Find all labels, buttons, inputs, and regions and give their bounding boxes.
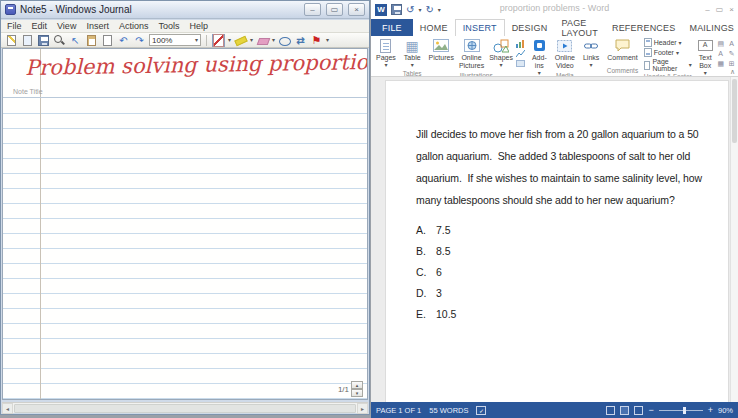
footer-button[interactable]: Footer ▾ xyxy=(644,48,692,57)
vertical-scrollbar[interactable] xyxy=(730,77,738,402)
menu-edit[interactable]: Edit xyxy=(32,21,48,31)
select-tool-button[interactable]: ↖ xyxy=(69,34,82,47)
add-ins-button[interactable]: Add-ins ▾ xyxy=(530,37,549,77)
chevron-down-icon: ▾ xyxy=(500,62,503,68)
maximize-button[interactable]: ▭ xyxy=(326,3,343,16)
zoom-slider-thumb[interactable] xyxy=(683,407,686,414)
page-down-button[interactable]: ▾ xyxy=(351,389,363,397)
add-ins-icon xyxy=(534,40,545,51)
chart-icon[interactable] xyxy=(516,49,526,58)
undo-button[interactable]: ↶ xyxy=(117,34,130,47)
horizontal-scrollbar[interactable]: ◂ ▸ xyxy=(2,402,368,413)
collapse-ribbon-button[interactable]: ∧ xyxy=(730,68,735,76)
menu-view[interactable]: View xyxy=(57,21,76,31)
links-button[interactable]: Links ▾ xyxy=(581,37,601,69)
pen-dropdown-caret-icon[interactable]: ▾ xyxy=(228,37,231,43)
save-icon[interactable] xyxy=(391,4,402,15)
document-page[interactable]: Jill decides to move her fish from a 20 … xyxy=(385,80,729,402)
save-button[interactable] xyxy=(37,34,50,47)
group-label-comments: Comments xyxy=(607,66,638,76)
tab-insert[interactable]: INSERT xyxy=(455,19,505,36)
menu-actions[interactable]: Actions xyxy=(119,21,149,31)
read-mode-icon[interactable] xyxy=(606,406,615,415)
journal-titlebar[interactable]: Note5 - Windows Journal – ▭ × xyxy=(1,1,369,19)
maximize-button[interactable]: ▭ xyxy=(716,5,724,14)
wordart-icon[interactable]: A xyxy=(727,39,737,48)
comment-button[interactable]: Comment xyxy=(605,37,639,63)
highlighter-tool-button[interactable] xyxy=(234,34,247,47)
zoom-in-button[interactable]: + xyxy=(708,406,713,415)
flag-tool-button[interactable]: ⚑ xyxy=(310,34,323,47)
table-button[interactable]: ▦ Table ▾ xyxy=(402,37,423,69)
table-icon: ▦ xyxy=(406,38,419,53)
open-button[interactable] xyxy=(21,34,34,47)
drop-cap-icon[interactable]: A xyxy=(716,49,726,58)
word-titlebar[interactable]: proportion problems - Word W ↺ ▾ ↻ ▾ – ▭… xyxy=(371,0,738,19)
status-bar: PAGE 1 OF 1 55 WORDS ✓ − + 90% xyxy=(371,402,738,418)
tab-page-layout[interactable]: PAGE LAYOUT xyxy=(554,19,605,36)
signature-line-icon[interactable]: ✎ xyxy=(727,49,737,58)
scrollbar-thumb[interactable] xyxy=(732,79,737,143)
flag-dropdown-caret-icon[interactable]: ▾ xyxy=(326,37,329,43)
quick-parts-icon[interactable]: ▤ xyxy=(716,39,726,48)
redo-button[interactable]: ↷ xyxy=(133,34,146,47)
scroll-left-button[interactable]: ◂ xyxy=(2,403,13,414)
tab-mailings[interactable]: MAILINGS xyxy=(682,19,738,36)
online-video-button[interactable]: Online Video xyxy=(553,37,577,71)
text-box-button[interactable]: A Text Box ▾ xyxy=(696,37,715,77)
insert-space-button[interactable]: ⇄ xyxy=(294,34,307,47)
zoom-out-button[interactable]: − xyxy=(648,406,653,415)
header-button[interactable]: Header ▾ xyxy=(644,38,692,47)
page-number-button[interactable]: Page Number ▾ xyxy=(644,58,692,72)
eraser-tool-button[interactable] xyxy=(256,34,269,47)
ribbon-group-tables: ▦ Table ▾ Tables xyxy=(401,37,424,76)
tab-design[interactable]: DESIGN xyxy=(505,19,555,36)
minimize-button[interactable]: – xyxy=(304,3,321,16)
close-button[interactable]: × xyxy=(348,3,365,16)
screenshot-icon[interactable] xyxy=(516,59,526,68)
shapes-button[interactable]: Shapes ▾ xyxy=(487,37,515,69)
menu-help[interactable]: Help xyxy=(189,21,208,31)
page-view-button[interactable] xyxy=(101,34,114,47)
paste-button[interactable] xyxy=(85,34,98,47)
minimize-button[interactable]: – xyxy=(705,5,709,14)
redo-button[interactable]: ↻ xyxy=(425,4,433,15)
word-count[interactable]: 55 WORDS xyxy=(429,406,468,415)
pages-button[interactable]: Pages ▾ xyxy=(374,37,398,69)
highlighter-dropdown-caret-icon[interactable]: ▾ xyxy=(250,37,253,43)
tab-home[interactable]: HOME xyxy=(413,19,455,36)
pictures-button[interactable]: Pictures xyxy=(427,37,456,63)
zoom-select[interactable]: 100% ▾ xyxy=(149,34,201,46)
undo-caret-icon[interactable]: ▾ xyxy=(418,7,421,13)
scrollbar-thumb[interactable] xyxy=(14,404,356,413)
close-button[interactable]: × xyxy=(729,5,734,14)
menu-insert[interactable]: Insert xyxy=(86,21,109,31)
smartart-icon[interactable] xyxy=(516,39,526,48)
menu-tools[interactable]: Tools xyxy=(158,21,179,31)
object-icon[interactable]: ⊞ xyxy=(727,59,737,68)
zoom-level[interactable]: 90% xyxy=(718,406,733,415)
scroll-right-button[interactable]: ▸ xyxy=(357,403,368,414)
page-count[interactable]: PAGE 1 OF 1 xyxy=(376,406,421,415)
menu-file[interactable]: File xyxy=(7,21,22,31)
print-layout-icon[interactable] xyxy=(620,406,629,415)
find-button[interactable] xyxy=(53,34,66,47)
online-pictures-button[interactable]: Online Pictures xyxy=(457,37,486,71)
tab-file[interactable]: FILE xyxy=(371,19,413,36)
date-time-icon[interactable]: ▦ xyxy=(716,59,726,68)
page-up-button[interactable]: ▴ xyxy=(351,381,363,389)
note-title-area[interactable]: Problem solving using proportions Note T… xyxy=(3,49,367,98)
chevron-down-icon: ▾ xyxy=(384,62,387,68)
proofing-icon[interactable]: ✓ xyxy=(476,406,486,415)
note-canvas[interactable]: Problem solving using proportions Note T… xyxy=(2,48,368,400)
new-note-button[interactable] xyxy=(5,34,18,47)
web-layout-icon[interactable] xyxy=(634,406,643,415)
pen-tool-button[interactable] xyxy=(212,34,225,47)
zoom-slider[interactable] xyxy=(659,410,703,411)
eraser-dropdown-caret-icon[interactable]: ▾ xyxy=(272,37,275,43)
tab-references[interactable]: REFERENCES xyxy=(605,19,683,36)
lasso-tool-button[interactable] xyxy=(278,34,291,47)
qat-customize-caret-icon[interactable]: ▾ xyxy=(438,7,441,13)
undo-button[interactable]: ↺ xyxy=(406,4,414,15)
new-note-icon xyxy=(7,35,16,46)
